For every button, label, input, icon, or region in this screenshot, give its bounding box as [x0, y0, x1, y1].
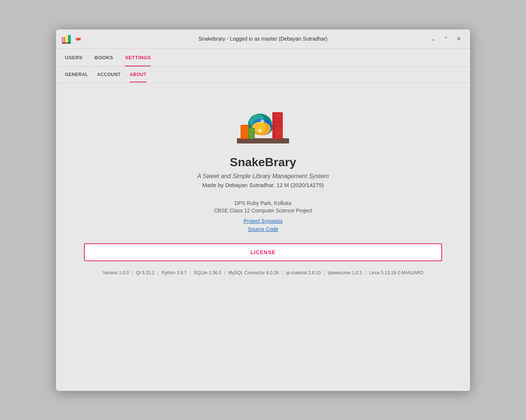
svg-rect-1 [62, 38, 65, 43]
svg-rect-5 [62, 42, 71, 44]
svg-rect-6 [237, 138, 289, 143]
app-school: DPS Ruby Park, Kolkata [235, 200, 292, 206]
main-nav: USERS BOOKS SETTINGS [56, 49, 470, 67]
nav-books[interactable]: BOOKS [94, 50, 113, 66]
titlebar-title: Snakebrary - Logged in as master (Debaya… [198, 36, 328, 42]
subnav-account[interactable]: ACCOUNT [97, 67, 121, 82]
svg-rect-4 [68, 35, 71, 43]
linux-version: Linux 5.13.19-2-MANJARO [369, 270, 423, 275]
qt-material-version: qt-material 2.8.10 [286, 270, 320, 275]
close-button[interactable]: ✕ [453, 33, 465, 45]
titlebar-controls: ⌄ ⌃ ✕ [428, 33, 465, 45]
svg-point-17 [258, 129, 262, 133]
nav-settings[interactable]: SETTINGS [125, 50, 151, 66]
app-tagline: A Sweet and Simple Library Management Sy… [197, 173, 329, 180]
qt-version: Qt 5.15.2 [136, 270, 154, 275]
python-version: Python 3.9.7 [162, 270, 187, 275]
svg-rect-22 [241, 126, 248, 138]
app-author: Made by Debayan Sutradhar, 12 M (2020/14… [202, 182, 324, 188]
app-logo-illustration [233, 98, 293, 146]
nav-users[interactable]: USERS [65, 50, 82, 66]
version-item: Version 1.0.0 [103, 270, 129, 275]
svg-point-16 [260, 119, 264, 123]
app-icon [61, 34, 72, 44]
titlebar: 📌 Snakebrary - Logged in as master (Deba… [56, 29, 470, 49]
license-button[interactable]: LICENSE [84, 243, 442, 261]
svg-rect-24 [249, 129, 254, 138]
svg-rect-3 [65, 36, 68, 43]
maximize-button[interactable]: ⌃ [440, 33, 452, 45]
pin-icon: 📌 [73, 34, 82, 43]
version-bar: Version 1.0.0 | Qt 5.15.2 | Python 3.9.7… [103, 270, 423, 275]
source-code-link[interactable]: Source Code [248, 226, 278, 232]
content-area: SnakeBrary A Sweet and Simple Library Ma… [56, 83, 470, 391]
app-name: SnakeBrary [230, 155, 296, 169]
app-project: CBSE Class 12 Computer Science Project [214, 208, 312, 214]
sqlite-version: SQLite 3.36.0 [194, 270, 221, 275]
mysql-version: MySQL Connector 8.0.26 [228, 270, 279, 275]
qtawesome-version: qtawesome 1.0.3 [328, 270, 362, 275]
minimize-button[interactable]: ⌄ [428, 33, 439, 45]
titlebar-left: 📌 [61, 34, 81, 44]
subnav-about[interactable]: ABOUT [130, 67, 147, 82]
project-synopsis-link[interactable]: Project Synopsis [244, 218, 282, 224]
subnav-general[interactable]: GENERAL [65, 67, 88, 82]
sub-nav: GENERAL ACCOUNT ABOUT [56, 67, 470, 83]
app-window: 📌 Snakebrary - Logged in as master (Deba… [56, 29, 470, 391]
